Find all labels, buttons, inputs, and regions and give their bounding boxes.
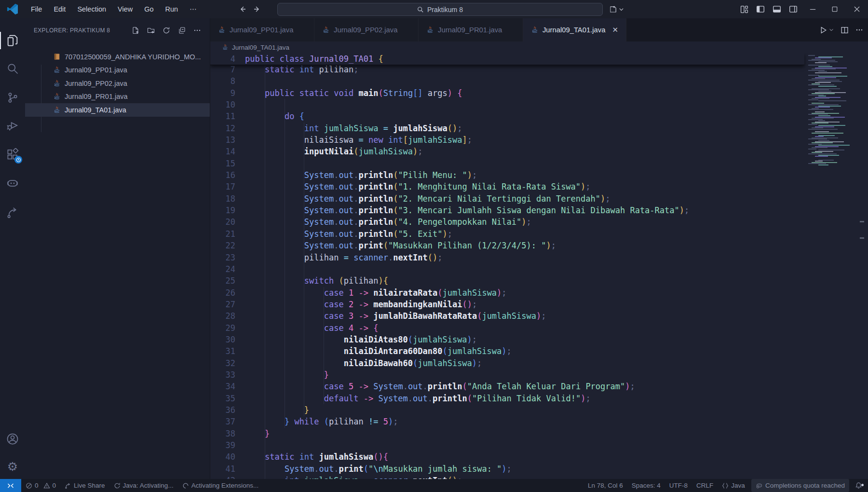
menu-item[interactable]: Go	[138, 3, 159, 15]
line-number: 36	[210, 404, 235, 416]
tab-bar: Jurnal09_PP01.java ✕ Jurnal09_PP02.java …	[210, 18, 868, 41]
extensions-icon[interactable]	[0, 143, 25, 166]
menu-item[interactable]: Edit	[48, 3, 71, 15]
menu-item[interactable]: ⋯	[184, 3, 203, 15]
file-row[interactable]: 707012500059_ANDHIKA YURIDHO_MO...	[25, 50, 210, 64]
java-file-icon	[53, 106, 61, 114]
minimap[interactable]	[804, 53, 857, 479]
line-number: 22	[210, 240, 235, 251]
menu-bar: FileEditSelectionViewGoRun⋯	[25, 3, 203, 15]
indentation-status[interactable]: Spaces: 4	[627, 479, 665, 492]
notifications-bell[interactable]	[851, 482, 868, 489]
refresh-explorer-icon[interactable]	[161, 25, 172, 36]
editor-tab[interactable]: Jurnal09_PR01.java ✕	[419, 18, 523, 41]
problems-status[interactable]: 0 0	[21, 479, 60, 492]
line-number: 17	[210, 181, 235, 192]
minimize-button[interactable]	[801, 0, 824, 18]
code-line: 32 nilaiDiBawah60(jumlahSiswa);	[210, 357, 868, 369]
line-number: 7	[210, 64, 235, 75]
vscode-window: FileEditSelectionViewGoRun⋯ Praktikum 8	[0, 0, 868, 492]
line-number: 21	[210, 228, 235, 240]
activity-bar: ⚙	[0, 18, 25, 479]
line-number: 14	[210, 146, 235, 157]
cursor-position[interactable]: Ln 78, Col 6	[583, 479, 627, 492]
more-actions-icon[interactable]	[191, 25, 203, 36]
live-share-status[interactable]: Live Share	[60, 479, 109, 492]
code-line: 36 }	[210, 404, 868, 416]
maximize-button[interactable]	[824, 0, 846, 18]
collapse-folders-icon[interactable]	[176, 25, 188, 36]
code-line: 29 case 4 -> {	[210, 322, 868, 334]
command-center-search[interactable]: Praktikum 8	[277, 3, 603, 16]
editor-tab[interactable]: Jurnal09_PP02.java ✕	[314, 18, 419, 41]
new-folder-icon[interactable]	[145, 25, 157, 36]
editor-tab[interactable]: Jurnal09_TA01.java ✕	[523, 18, 626, 41]
search-sidebar-icon[interactable]	[0, 57, 25, 80]
customize-layout-icon[interactable]	[736, 0, 752, 18]
file-name: Jurnal09_PP02.java	[65, 80, 127, 87]
line-number: 25	[210, 275, 235, 287]
remote-indicator[interactable]	[0, 479, 21, 492]
menu-item[interactable]: View	[112, 3, 138, 15]
editor-tab[interactable]: Jurnal09_PP01.java ✕	[210, 18, 314, 41]
code-line: 7 static int pilihan;	[210, 64, 868, 75]
explorer-title: EXPLORER: PRAKTIKUM 8	[34, 27, 110, 34]
sticky-scroll-line[interactable]: 4 public class Jurnal09_TA01 {	[210, 53, 804, 65]
code-line: 39	[210, 439, 868, 451]
new-file-icon[interactable]	[130, 25, 141, 36]
menu-item[interactable]: Selection	[71, 3, 112, 15]
java-status[interactable]: Java: Activating...	[109, 479, 178, 492]
copilot-quota-status[interactable]: Completions quota reached	[751, 479, 849, 492]
code-editor[interactable]: 7 static int pilihan; 8 9 public static …	[210, 53, 868, 479]
menu-item[interactable]: Run	[160, 3, 184, 15]
code-line: 16 System.out.println("Pilih Menu: ");	[210, 169, 868, 181]
file-name: Jurnal09_PR01.java	[65, 93, 128, 100]
explorer-sidebar: EXPLORER: PRAKTIKUM 8 707012500059_ANDHI…	[25, 18, 210, 479]
editor-more-actions-icon[interactable]	[855, 26, 863, 34]
java-file-icon	[53, 93, 61, 100]
forward-arrow-icon[interactable]	[253, 5, 261, 13]
file-row[interactable]: Jurnal09_PP02.java	[25, 77, 210, 90]
back-arrow-icon[interactable]	[239, 5, 246, 13]
copilot-menu[interactable]	[609, 0, 624, 18]
line-number: 40	[210, 451, 235, 463]
eol-status[interactable]: CRLF	[692, 479, 718, 492]
file-row[interactable]: Jurnal09_TA01.java	[25, 103, 210, 117]
language-mode[interactable]: Java	[718, 479, 749, 492]
copilot-chat-icon[interactable]	[0, 172, 25, 195]
line-number: 41	[210, 463, 235, 475]
file-row[interactable]: Jurnal09_PR01.java	[25, 90, 210, 104]
explorer-icon[interactable]	[0, 29, 25, 52]
close-button[interactable]	[846, 0, 868, 18]
live-share-sidebar-icon[interactable]	[0, 201, 25, 224]
warning-count: 0	[53, 482, 56, 489]
line-number: 4	[210, 53, 235, 65]
ruler-mark	[860, 221, 864, 222]
line-number: 42	[210, 475, 235, 479]
run-java-button[interactable]	[819, 26, 834, 34]
code-line: 31 nilaiDiAntara60Dan80(jumlahSiswa);	[210, 345, 868, 357]
overview-ruler[interactable]	[857, 53, 868, 479]
line-number: 12	[210, 123, 235, 134]
accounts-icon[interactable]	[0, 427, 25, 451]
source-control-icon[interactable]	[0, 86, 25, 109]
close-tab-icon[interactable]: ✕	[612, 26, 618, 34]
line-number: 28	[210, 310, 235, 322]
live-share-icon	[65, 482, 71, 489]
code-line: 20 System.out.println("4. Pengelompokkan…	[210, 216, 868, 228]
file-row[interactable]: Jurnal09_PP01.java	[25, 64, 210, 77]
code-line: 30 nilaiDiAtas80(jumlahSiswa);	[210, 334, 868, 345]
extensions-activating-status[interactable]: Activating Extensions...	[178, 479, 263, 492]
run-debug-icon[interactable]	[0, 114, 25, 137]
file-name: Jurnal09_PP01.java	[65, 66, 127, 74]
menu-item[interactable]: File	[25, 3, 48, 15]
line-number: 37	[210, 416, 235, 427]
encoding-status[interactable]: UTF-8	[665, 479, 692, 492]
split-editor-icon[interactable]	[841, 26, 849, 34]
toggle-secondary-sidebar-icon[interactable]	[785, 0, 801, 18]
breadcrumb[interactable]: Jurnal09_TA01.java	[210, 41, 868, 53]
toggle-panel-icon[interactable]	[769, 0, 785, 18]
title-bar: FileEditSelectionViewGoRun⋯ Praktikum 8	[0, 0, 868, 18]
settings-gear-icon[interactable]: ⚙	[0, 455, 25, 478]
toggle-primary-sidebar-icon[interactable]	[752, 0, 769, 18]
